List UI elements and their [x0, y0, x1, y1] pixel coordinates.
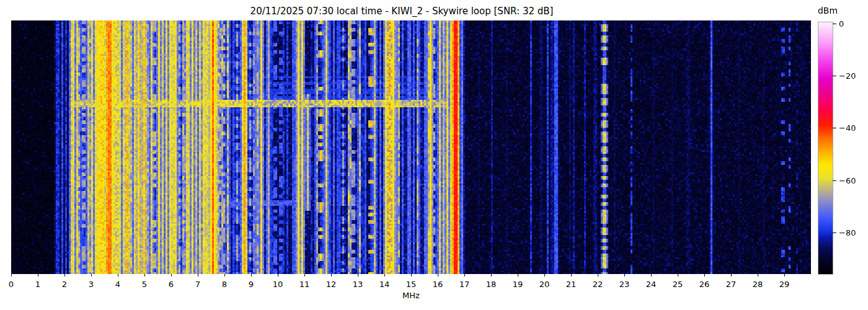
x-tick-label: 13	[353, 280, 363, 289]
x-tick-mark	[784, 274, 785, 277]
x-tick-label: 8	[222, 280, 227, 289]
x-tick-mark	[64, 274, 65, 277]
x-tick-mark	[171, 274, 172, 277]
x-tick-label: 28	[753, 280, 763, 289]
x-tick-mark	[464, 274, 465, 277]
x-tick-mark	[251, 274, 252, 277]
x-tick-label: 18	[486, 280, 497, 289]
colorbar-tick-mark	[833, 232, 836, 233]
colorbar-tick-label: −60	[839, 175, 856, 185]
x-tick-mark	[651, 274, 652, 277]
x-tick-label: 1	[35, 280, 40, 289]
x-tick-mark	[411, 274, 412, 277]
x-tick-mark	[144, 274, 145, 277]
x-tick-mark	[91, 274, 92, 277]
x-tick-label: 23	[619, 280, 630, 289]
x-tick-label: 12	[326, 280, 337, 289]
colorbar-unit-label: dBm	[816, 6, 839, 16]
x-tick-mark	[358, 274, 358, 277]
x-tick-label: 14	[379, 280, 390, 289]
x-tick-label: 20	[539, 280, 550, 289]
colorbar-tick-mark	[833, 128, 836, 128]
x-tick-label: 19	[513, 280, 523, 289]
colorbar-tick-mark	[833, 180, 836, 181]
x-tick-mark	[278, 274, 278, 277]
x-tick-mark	[624, 274, 625, 277]
x-tick-label: 10	[273, 280, 283, 289]
x-axis-unit-label: MHz	[11, 291, 811, 300]
x-tick-label: 26	[699, 280, 710, 289]
x-tick-label: 27	[726, 280, 737, 289]
x-tick-mark	[758, 274, 758, 277]
x-tick-label: 0	[9, 280, 14, 289]
x-tick-mark	[118, 274, 118, 277]
spectrogram-figure: 20/11/2025 07:30 local time - KIWI_2 - S…	[0, 0, 868, 310]
x-tick-mark	[598, 274, 598, 277]
x-tick-mark	[731, 274, 732, 277]
colorbar-tick-label: −40	[839, 123, 856, 133]
x-tick-mark	[198, 274, 198, 277]
x-tick-mark	[304, 274, 305, 277]
x-tick-label: 16	[433, 280, 443, 289]
x-tick-label: 25	[673, 280, 683, 289]
x-tick-label: 4	[115, 280, 120, 289]
colorbar-tick-label: −80	[839, 228, 856, 237]
waterfall-plot	[11, 20, 811, 274]
x-tick-mark	[678, 274, 678, 277]
colorbar-gradient	[818, 22, 833, 274]
x-tick-label: 5	[142, 280, 147, 289]
x-tick-mark	[331, 274, 332, 277]
x-tick-label: 3	[89, 280, 94, 289]
x-tick-mark	[384, 274, 385, 277]
colorbar-tick-mark	[833, 76, 836, 76]
x-tick-label: 11	[299, 280, 310, 289]
colorbar-tick-mark	[833, 24, 836, 24]
x-tick-label: 9	[249, 280, 254, 289]
x-tick-mark	[544, 274, 545, 277]
x-tick-mark	[704, 274, 705, 277]
x-tick-label: 29	[779, 280, 790, 289]
chart-title: 20/11/2025 07:30 local time - KIWI_2 - S…	[2, 6, 802, 17]
x-tick-mark	[38, 274, 38, 277]
x-tick-mark	[518, 274, 518, 277]
colorbar-tick-label: −20	[839, 71, 856, 81]
x-tick-label: 6	[169, 280, 174, 289]
x-tick-label: 21	[566, 280, 577, 289]
x-tick-mark	[571, 274, 572, 277]
x-tick-label: 15	[406, 280, 417, 289]
colorbar-tick-label: 0	[839, 19, 844, 29]
x-tick-mark	[224, 274, 225, 277]
x-tick-mark	[438, 274, 438, 277]
x-tick-label: 22	[593, 280, 603, 289]
x-tick-label: 17	[459, 280, 470, 289]
x-tick-label: 24	[646, 280, 657, 289]
x-tick-mark	[11, 274, 12, 277]
x-tick-mark	[491, 274, 492, 277]
x-tick-label: 2	[62, 280, 67, 289]
x-tick-label: 7	[195, 280, 200, 289]
